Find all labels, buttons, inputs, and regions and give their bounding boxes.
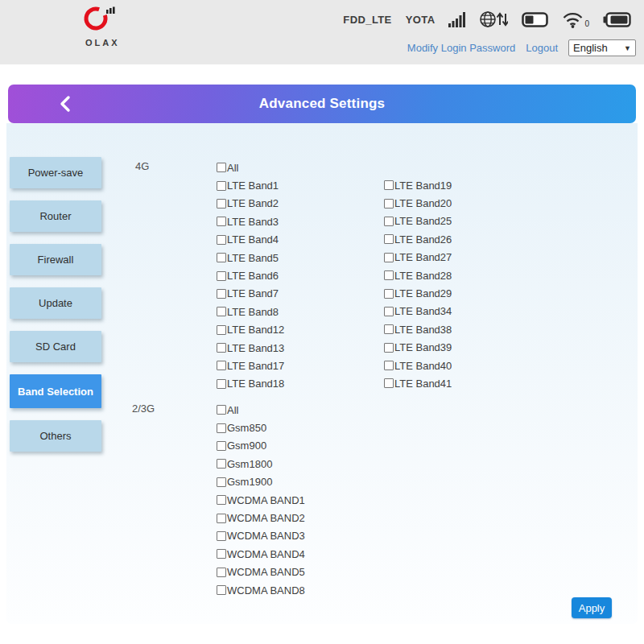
band-checkbox-row[interactable]: LTE Band8 xyxy=(217,303,284,320)
checkbox-icon[interactable] xyxy=(384,361,394,370)
checkbox-icon[interactable] xyxy=(384,217,394,226)
checkbox-icon[interactable] xyxy=(217,235,226,245)
band-checkbox-row[interactable]: All xyxy=(217,159,284,176)
checkbox-icon[interactable] xyxy=(217,585,226,595)
band-checkbox-row[interactable]: LTE Band27 xyxy=(384,249,452,266)
checkbox-icon[interactable] xyxy=(217,307,226,316)
band-checkbox-row[interactable]: WCDMA BAND2 xyxy=(217,509,305,526)
checkbox-icon[interactable] xyxy=(384,253,394,262)
sidebar-item-label: Power-save xyxy=(28,167,84,179)
band-label: LTE Band18 xyxy=(227,378,284,390)
checkbox-icon[interactable] xyxy=(384,343,394,353)
checkbox-icon[interactable] xyxy=(217,459,226,469)
sidebar-item-label: Router xyxy=(39,210,71,222)
checkbox-icon[interactable] xyxy=(217,181,226,191)
checkbox-icon[interactable] xyxy=(217,549,226,559)
back-button[interactable] xyxy=(58,94,79,114)
checkbox-icon[interactable] xyxy=(384,307,394,316)
checkbox-icon[interactable] xyxy=(217,531,226,541)
band-checkbox-row[interactable]: LTE Band6 xyxy=(217,266,284,284)
band-checkbox-row[interactable]: LTE Band39 xyxy=(384,339,452,357)
band-checkbox-row[interactable]: LTE Band38 xyxy=(384,320,452,338)
checkbox-icon[interactable] xyxy=(217,477,226,487)
checkbox-icon[interactable] xyxy=(217,423,226,433)
band-checkbox-row[interactable]: LTE Band5 xyxy=(217,249,284,266)
band-checkbox-row[interactable]: Gsm1800 xyxy=(217,455,305,473)
checkbox-icon[interactable] xyxy=(384,378,394,388)
section-label-23g: 2/3G xyxy=(132,402,155,415)
wifi-clients-count: 0 xyxy=(584,20,589,28)
band-label: LTE Band40 xyxy=(394,360,452,372)
checkbox-icon[interactable] xyxy=(217,271,226,281)
checkbox-icon[interactable] xyxy=(384,324,394,334)
band-checkbox-row[interactable]: LTE Band29 xyxy=(384,284,452,302)
band-checkbox-row[interactable]: LTE Band25 xyxy=(384,213,452,230)
checkbox-icon[interactable] xyxy=(217,361,226,370)
band-checkbox-row[interactable]: LTE Band17 xyxy=(217,357,284,374)
band-checkbox-row[interactable]: WCDMA BAND4 xyxy=(217,545,305,563)
band-checkbox-row[interactable]: LTE Band19 xyxy=(384,176,452,194)
checkbox-icon[interactable] xyxy=(217,495,226,505)
language-select[interactable]: English ▼ xyxy=(568,39,636,56)
band-checkbox-row[interactable]: Gsm850 xyxy=(217,419,305,436)
band-checkbox-row[interactable]: Gsm900 xyxy=(217,437,305,455)
checkbox-icon[interactable] xyxy=(384,234,394,244)
band-checkbox-row[interactable]: LTE Band20 xyxy=(384,194,452,212)
band-checkbox-row[interactable]: WCDMA BAND1 xyxy=(217,491,305,509)
checkbox-icon[interactable] xyxy=(217,253,226,262)
sidebar-item-label: Others xyxy=(39,430,71,442)
band-label: LTE Band29 xyxy=(394,287,452,299)
sidebar-item[interactable]: Band Selection xyxy=(10,374,101,408)
band-checkbox-row[interactable]: LTE Band13 xyxy=(217,339,284,357)
checkbox-icon[interactable] xyxy=(217,405,226,415)
checkbox-icon[interactable] xyxy=(217,379,226,389)
band-checkbox-row[interactable]: LTE Band26 xyxy=(384,230,452,248)
checkbox-icon[interactable] xyxy=(217,217,226,226)
band-checkbox-row[interactable]: All xyxy=(217,401,305,419)
band-checkbox-row[interactable]: LTE Band2 xyxy=(217,195,284,213)
band-checkbox-row[interactable]: WCDMA BAND8 xyxy=(217,581,305,599)
sidebar-item[interactable]: Firewall xyxy=(10,244,101,275)
checkbox-icon[interactable] xyxy=(384,199,394,208)
band-checkbox-row[interactable]: LTE Band41 xyxy=(384,374,452,392)
band-checkbox-row[interactable]: LTE Band34 xyxy=(384,303,452,320)
band-label: LTE Band4 xyxy=(227,233,279,246)
band-label: LTE Band25 xyxy=(394,215,452,227)
band-label: LTE Band12 xyxy=(227,324,284,336)
checkbox-icon[interactable] xyxy=(217,514,226,523)
band-checkbox-row[interactable]: LTE Band3 xyxy=(217,213,284,230)
modify-password-link[interactable]: Modify Login Password xyxy=(407,42,515,54)
checkbox-icon[interactable] xyxy=(384,270,394,280)
checkbox-icon[interactable] xyxy=(217,343,226,353)
band-checkbox-row[interactable]: LTE Band7 xyxy=(217,285,284,303)
band-label: WCDMA BAND4 xyxy=(227,548,305,560)
band-checkbox-row[interactable]: LTE Band28 xyxy=(384,266,452,284)
olax-logo-icon xyxy=(83,5,120,34)
band-label: Gsm1900 xyxy=(227,476,272,488)
sidebar-item[interactable]: Others xyxy=(10,420,101,452)
sidebar-item-label: Update xyxy=(39,297,72,309)
band-checkbox-row[interactable]: Gsm1900 xyxy=(217,473,305,491)
band-checkbox-row[interactable]: LTE Band40 xyxy=(384,357,452,374)
checkbox-icon[interactable] xyxy=(217,325,226,335)
checkbox-icon[interactable] xyxy=(217,289,226,299)
band-checkbox-row[interactable]: WCDMA BAND3 xyxy=(217,527,305,545)
band-checkbox-row[interactable]: LTE Band4 xyxy=(217,231,284,249)
checkbox-icon[interactable] xyxy=(217,163,226,172)
apply-button[interactable]: Apply xyxy=(572,597,612,618)
sidebar-item[interactable]: Power-save xyxy=(10,157,101,188)
sidebar-item[interactable]: Router xyxy=(10,200,101,232)
checkbox-icon[interactable] xyxy=(384,289,394,299)
band-checkbox-row[interactable]: LTE Band1 xyxy=(217,176,284,194)
checkbox-icon[interactable] xyxy=(217,441,226,451)
checkbox-icon[interactable] xyxy=(384,180,394,190)
band-checkbox-row[interactable]: LTE Band12 xyxy=(217,321,284,339)
sidebar-item[interactable]: SD Card xyxy=(10,331,101,362)
band-label: WCDMA BAND8 xyxy=(227,584,305,597)
checkbox-icon[interactable] xyxy=(217,568,226,577)
band-checkbox-row[interactable]: WCDMA BAND5 xyxy=(217,564,305,581)
logout-link[interactable]: Logout xyxy=(526,42,558,54)
checkbox-icon[interactable] xyxy=(217,199,226,208)
sidebar-item[interactable]: Update xyxy=(10,287,101,319)
band-checkbox-row[interactable]: LTE Band18 xyxy=(217,375,284,393)
